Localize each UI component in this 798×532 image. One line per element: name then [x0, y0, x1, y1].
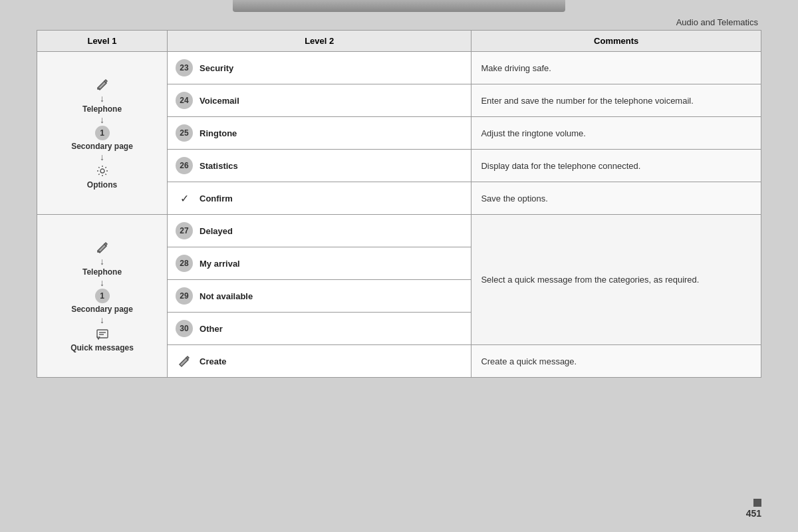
- comment-voicemail: Enter and save the number for the teleph…: [471, 84, 761, 117]
- arrow-down-icon-4: ↓: [100, 257, 104, 266]
- content-area: Level 1 Level 2 Comments: [0, 30, 798, 378]
- level2-cell-voicemail: 24 Voicemail: [168, 84, 471, 117]
- quickmsg-icon: [94, 326, 110, 342]
- level2-cell-notavailable: 29 Not available: [168, 280, 471, 313]
- label-telephone: Telephone: [82, 104, 122, 114]
- label-notavailable: Not available: [200, 291, 253, 301]
- level2-row-notavailable: 29 Not available: [168, 280, 471, 312]
- comment-security: Make driving safe.: [471, 52, 761, 84]
- pencil-icon-2: [94, 239, 110, 255]
- label-ringtone: Ringtone: [200, 128, 237, 138]
- checkmark-icon: ✓: [176, 190, 193, 207]
- arrow-down-icon-5: ↓: [100, 278, 104, 287]
- level2-cell-statistics: 26 Statistics: [168, 150, 471, 182]
- label-secondary-page-2: Secondary page: [71, 305, 133, 314]
- col-header-comments: Comments: [471, 31, 761, 52]
- badge-23: 23: [176, 59, 193, 76]
- level2-row-delayed: 27 Delayed: [168, 215, 471, 247]
- badge-24: 24: [176, 92, 193, 109]
- badge-25: 25: [176, 124, 193, 142]
- arrow-down-icon-2: ↓: [100, 115, 104, 124]
- top-bar: [233, 0, 565, 12]
- badge-27: 27: [176, 222, 193, 239]
- page-footer: 451: [746, 499, 761, 519]
- arrow-down-icon: ↓: [100, 94, 104, 103]
- main-table: Level 1 Level 2 Comments: [37, 30, 761, 378]
- col-header-level2: Level 2: [168, 31, 471, 52]
- header-title: Audio and Telematics: [676, 17, 758, 27]
- badge-30: 30: [176, 320, 193, 337]
- col-header-level1: Level 1: [37, 31, 168, 52]
- svg-point-0: [100, 169, 104, 173]
- level1-cell-quickmsg: ↓ Telephone ↓ 1 Secondary page ↓: [37, 215, 168, 378]
- label-delayed: Delayed: [200, 226, 233, 236]
- label-voicemail: Voicemail: [200, 96, 239, 106]
- level2-row-statistics: 26 Statistics: [168, 150, 471, 182]
- label-security: Security: [200, 63, 233, 73]
- level1-content-quickmsg: ↓ Telephone ↓ 1 Secondary page ↓: [41, 239, 163, 352]
- label-other: Other: [200, 324, 223, 334]
- level2-row-ringtone: 25 Ringtone: [168, 117, 471, 149]
- comment-quickmsg-group: Select a quick message from the categori…: [471, 215, 761, 345]
- badge-29: 29: [176, 287, 193, 305]
- level2-row-create: Create: [168, 345, 471, 377]
- level2-row-voicemail: 24 Voicemail: [168, 84, 471, 116]
- arrow-down-icon-3: ↓: [100, 152, 104, 162]
- table-row: ↓ Telephone ↓ 1 Secondary page ↓: [37, 52, 761, 84]
- level2-row-other: 30 Other: [168, 313, 471, 344]
- level1-cell-options: ↓ Telephone ↓ 1 Secondary page ↓: [37, 52, 168, 215]
- arrow-down-icon-6: ↓: [100, 315, 104, 325]
- badge-26: 26: [176, 157, 193, 174]
- label-secondary-page: Secondary page: [71, 142, 133, 151]
- label-statistics: Statistics: [200, 161, 238, 171]
- pencil-create-icon: [176, 352, 193, 370]
- badge-1-quickmsg: 1: [95, 289, 110, 303]
- label-options: Options: [87, 180, 117, 190]
- page-square-icon: [753, 499, 761, 507]
- comment-statistics: Display data for the telephone connected…: [471, 150, 761, 182]
- level2-cell-ringtone: 25 Ringtone: [168, 117, 471, 150]
- label-create: Create: [200, 356, 226, 366]
- level2-cell-create: Create: [168, 345, 471, 378]
- level2-row-security: 23 Security: [168, 52, 471, 84]
- label-myarrival: My arrival: [200, 259, 240, 269]
- level2-cell-other: 30 Other: [168, 313, 471, 345]
- page-number: 451: [746, 508, 761, 519]
- gear-icon: [94, 163, 110, 179]
- table-row: ↓ Telephone ↓ 1 Secondary page ↓: [37, 215, 761, 247]
- label-quickmsg: Quick messages: [70, 343, 134, 352]
- level2-row-myarrival: 28 My arrival: [168, 247, 471, 279]
- level2-cell-confirm: ✓ Confirm: [168, 182, 471, 215]
- level2-row-confirm: ✓ Confirm: [168, 182, 471, 214]
- comment-ringtone: Adjust the ringtone volume.: [471, 117, 761, 150]
- pencil-icon: [94, 76, 110, 92]
- page-header: Audio and Telematics: [0, 12, 798, 30]
- comment-confirm: Save the options.: [471, 182, 761, 215]
- badge-1-options: 1: [95, 126, 110, 140]
- label-telephone-2: Telephone: [82, 267, 122, 277]
- level1-content: ↓ Telephone ↓ 1 Secondary page ↓: [41, 76, 163, 190]
- comment-create: Create a quick message.: [471, 345, 761, 378]
- badge-28: 28: [176, 255, 193, 272]
- label-confirm: Confirm: [200, 194, 233, 203]
- level2-cell-security: 23 Security: [168, 52, 471, 84]
- level2-cell-delayed: 27 Delayed: [168, 215, 471, 247]
- level2-cell-myarrival: 28 My arrival: [168, 247, 471, 280]
